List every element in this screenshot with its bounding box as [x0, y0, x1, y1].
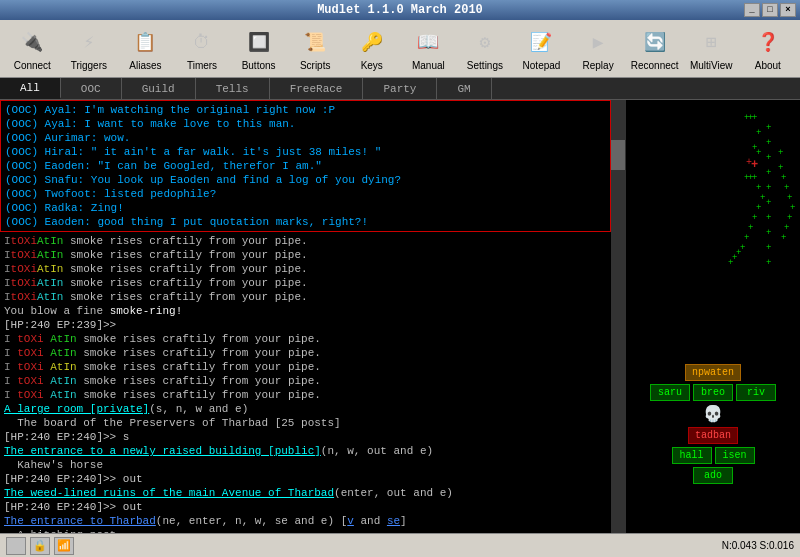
svg-text:+: + — [766, 243, 771, 253]
player-breo[interactable]: breo — [693, 384, 733, 401]
ooc-line-8: (OOC) Eaoden: good thing I put quotation… — [5, 215, 606, 229]
statusbar: ℹ 🔒 📶 N:0.043 S:0.016 — [0, 533, 800, 557]
ooc-line-3: (OOC) Hiral: " it ain't a far walk. it's… — [5, 145, 606, 159]
svg-text:+: + — [752, 173, 757, 183]
player-tadban[interactable]: tadban — [688, 427, 738, 444]
right-panel: + + + + + + + + + + + + + + + + + + + + — [625, 100, 800, 533]
tab-bar: All OOC Guild Tells FreeRace Party GM — [0, 78, 800, 100]
svg-text:+: + — [744, 233, 749, 243]
player-ado[interactable]: ado — [693, 467, 733, 484]
svg-text:+: + — [766, 183, 771, 193]
toolbar-aliases[interactable]: Aliases — [119, 24, 172, 73]
smoke-line-2d: I tOXi AtIn smoke rises craftily from yo… — [4, 374, 607, 388]
toolbar-triggers[interactable]: Triggers — [63, 24, 116, 73]
maximize-button[interactable]: □ — [762, 3, 778, 17]
window-controls[interactable]: _ □ × — [744, 3, 796, 17]
player-saru[interactable]: saru — [650, 384, 690, 401]
status-icon-network[interactable]: 📶 — [54, 537, 74, 555]
svg-text:+: + — [748, 223, 753, 233]
ooc-line-0: (OOC) Ayal: I'm watching the original ri… — [5, 103, 606, 117]
room-line-4: The entrance to Tharbad(ne, enter, n, w,… — [4, 514, 607, 528]
toolbar-settings[interactable]: Settings — [459, 24, 512, 73]
network-status: N:0.043 S:0.016 — [722, 540, 794, 551]
board-line: The board of the Preservers of Tharbad [… — [4, 416, 607, 430]
smoke-line-2b: I tOXi AtIn smoke rises craftily from yo… — [4, 346, 607, 360]
main-content: (OOC) Ayal: I'm watching the original ri… — [0, 100, 800, 533]
tab-guild[interactable]: Guild — [122, 78, 196, 99]
toolbar-about[interactable]: About — [742, 24, 795, 73]
timers-icon — [186, 26, 218, 58]
replay-icon — [582, 26, 614, 58]
tab-ooc[interactable]: OOC — [61, 78, 122, 99]
settings-icon — [469, 26, 501, 58]
svg-text:+: + — [756, 128, 761, 138]
svg-text:+: + — [728, 258, 733, 268]
hitching-line: A hitching post — [4, 528, 607, 533]
player-isen[interactable]: isen — [715, 447, 755, 464]
smoke-line-1a: ItOXiAtIn smoke rises craftily from your… — [4, 234, 607, 248]
main-text: ItOXiAtIn smoke rises craftily from your… — [0, 232, 611, 533]
toolbar-timers[interactable]: Timers — [176, 24, 229, 73]
keys-icon — [356, 26, 388, 58]
skull-row: 💀 — [630, 404, 796, 424]
toolbar-multiview[interactable]: MultiView — [685, 24, 738, 73]
room-line-1: A large room [private](s, n, w and e) — [4, 402, 607, 416]
toolbar: Connect Triggers Aliases Timers Buttons … — [0, 20, 800, 78]
ooc-line-2: (OOC) Aurimar: wow. — [5, 131, 606, 145]
scroll-thumb[interactable] — [611, 140, 625, 170]
smoke-line-2c: I tOXi AtIn smoke rises craftily from yo… — [4, 360, 607, 374]
tab-party[interactable]: Party — [363, 78, 437, 99]
ooc-line-1: (OOC) Ayal: I want to make love to this … — [5, 117, 606, 131]
svg-text:+: + — [781, 173, 786, 183]
svg-text:+: + — [752, 213, 757, 223]
ooc-line-6: (OOC) Twofoot: listed pedophile? — [5, 187, 606, 201]
player-hall[interactable]: hall — [672, 447, 712, 464]
toolbar-keys[interactable]: Keys — [345, 24, 398, 73]
player-npwater[interactable]: npwaten — [685, 364, 741, 381]
player-riv[interactable]: riv — [736, 384, 776, 401]
toolbar-manual[interactable]: Manual — [402, 24, 455, 73]
toolbar-notepad[interactable]: Notepad — [515, 24, 568, 73]
manual-icon — [412, 26, 444, 58]
svg-text:+: + — [784, 183, 789, 193]
player-row-0: npwaten — [630, 364, 796, 381]
tab-freerace[interactable]: FreeRace — [270, 78, 364, 99]
connect-icon — [16, 26, 48, 58]
tab-tells[interactable]: Tells — [196, 78, 270, 99]
chat-area[interactable]: (OOC) Ayal: I'm watching the original ri… — [0, 100, 611, 533]
scrollbar[interactable] — [611, 100, 625, 533]
svg-text:+: + — [760, 193, 765, 203]
status-icons: ℹ 🔒 📶 — [6, 537, 74, 555]
svg-text:+: + — [790, 203, 795, 213]
ooc-line-4: (OOC) Eaoden: "I can be Googled, therefo… — [5, 159, 606, 173]
tab-gm[interactable]: GM — [437, 78, 491, 99]
svg-text:+: + — [778, 163, 783, 173]
notepad-icon — [525, 26, 557, 58]
player-row-4: ado — [630, 467, 796, 484]
status-icon-lock[interactable]: 🔒 — [30, 537, 50, 555]
toolbar-buttons[interactable]: Buttons — [232, 24, 285, 73]
svg-text:+: + — [766, 198, 771, 208]
svg-text:+: + — [766, 138, 771, 148]
svg-text:+: + — [766, 153, 771, 163]
toolbar-connect[interactable]: Connect — [6, 24, 59, 73]
toolbar-replay[interactable]: Replay — [572, 24, 625, 73]
buttons-icon — [243, 26, 275, 58]
multiview-icon — [695, 26, 727, 58]
svg-text:+: + — [766, 123, 771, 133]
titlebar: Mudlet 1.1.0 March 2010 _ □ × — [0, 0, 800, 20]
minimize-button[interactable]: _ — [744, 3, 760, 17]
toolbar-scripts[interactable]: Scripts — [289, 24, 342, 73]
tab-all[interactable]: All — [0, 78, 61, 99]
svg-text:+: + — [756, 203, 761, 213]
svg-text:+: + — [766, 258, 771, 268]
svg-text:+: + — [766, 168, 771, 178]
smoke-line-1b: ItOXiAtIn smoke rises craftily from your… — [4, 248, 607, 262]
toolbar-reconnect[interactable]: Reconnect — [628, 24, 681, 73]
svg-text:+: + — [756, 183, 761, 193]
prompt-1: [HP:240 EP:239]>> — [4, 318, 607, 332]
status-icon-info[interactable]: ℹ — [6, 537, 26, 555]
close-button[interactable]: × — [780, 3, 796, 17]
ooc-line-5: (OOC) Snafu: You look up Eaoden and find… — [5, 173, 606, 187]
player-row-1: saru breo riv — [630, 384, 796, 401]
